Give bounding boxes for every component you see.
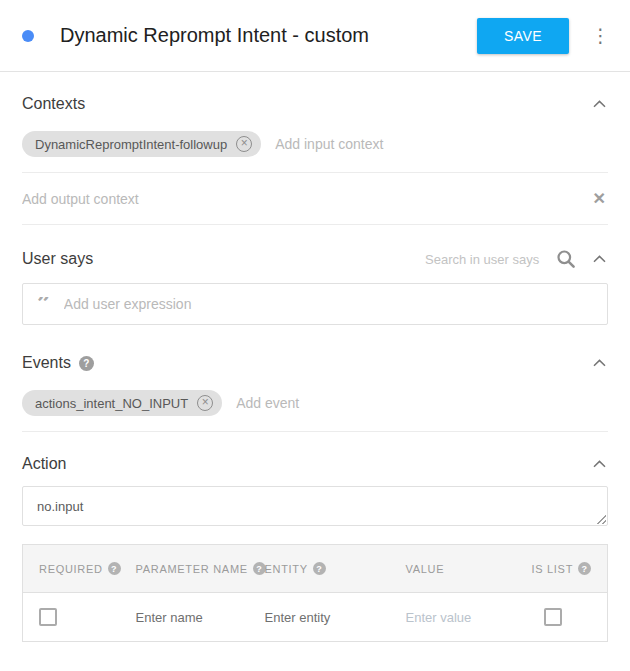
events-collapse-chevron-up-icon[interactable]: [591, 356, 608, 370]
parameter-row: [23, 593, 608, 642]
contexts-title: Contexts: [22, 95, 85, 113]
add-input-context-field[interactable]: [275, 136, 608, 152]
input-context-chip-label: DynamicRepromptIntent-followup: [35, 137, 227, 152]
user-says-section: User says ”: [22, 225, 608, 325]
events-title-wrap: Events ?: [22, 354, 94, 372]
value-input[interactable]: [406, 610, 511, 625]
add-output-context-field[interactable]: [22, 191, 591, 207]
add-user-expression-input[interactable]: [64, 296, 593, 312]
entity-column-header: ENTITY: [265, 563, 308, 575]
user-says-title: User says: [22, 250, 93, 268]
events-title: Events: [22, 354, 71, 372]
required-column-header: REQUIRED: [39, 563, 103, 575]
save-button[interactable]: SAVE: [477, 18, 569, 54]
more-options-icon[interactable]: ⋮: [585, 22, 616, 49]
input-context-row: DynamicRepromptIntent-followup ×: [22, 124, 608, 173]
page-title: Dynamic Reprompt Intent - custom: [60, 24, 477, 47]
events-section-header: Events ?: [22, 331, 608, 383]
is-list-column-header: IS LIST: [532, 563, 574, 575]
event-chip: actions_intent_NO_INPUT ×: [22, 390, 222, 416]
intent-form: Contexts DynamicRepromptIntent-followup …: [0, 72, 630, 642]
parameters-table: REQUIRED ? PARAMETER NAME ? ENTITY: [22, 544, 608, 642]
action-section: Action no.input REQUIRED ?: [22, 432, 608, 642]
events-section: Events ? actions_intent_NO_INPUT ×: [22, 331, 608, 432]
intent-status-dot: [22, 30, 34, 42]
contexts-section-header: Contexts: [22, 72, 608, 124]
user-says-collapse-chevron-up-icon[interactable]: [591, 252, 608, 266]
search-user-says-input[interactable]: [425, 252, 551, 267]
user-says-search: [425, 248, 608, 270]
parameters-header-row: REQUIRED ? PARAMETER NAME ? ENTITY: [23, 545, 608, 593]
user-says-section-header: User says: [22, 225, 608, 281]
parameter-name-input[interactable]: [136, 610, 243, 625]
entity-help-icon[interactable]: ?: [313, 562, 326, 575]
search-icon[interactable]: [555, 248, 577, 270]
is-list-help-icon[interactable]: ?: [578, 562, 591, 575]
parameter-name-column-header: PARAMETER NAME: [136, 563, 248, 575]
clear-contexts-icon[interactable]: ✕: [591, 189, 608, 208]
entity-input[interactable]: [265, 610, 384, 625]
remove-event-icon[interactable]: ×: [197, 395, 213, 411]
user-expression-box: ”: [22, 283, 608, 325]
action-title: Action: [22, 455, 66, 473]
input-context-chip: DynamicRepromptIntent-followup ×: [22, 131, 261, 157]
is-list-checkbox[interactable]: [544, 608, 562, 626]
quote-icon: ”: [37, 297, 51, 311]
resize-handle-icon[interactable]: [595, 513, 606, 524]
add-event-field[interactable]: [236, 395, 608, 411]
event-chip-label: actions_intent_NO_INPUT: [35, 396, 188, 411]
output-context-row: ✕: [22, 173, 608, 225]
remove-input-context-icon[interactable]: ×: [236, 136, 252, 152]
action-name-input[interactable]: no.input: [37, 499, 593, 515]
contexts-collapse-chevron-up-icon[interactable]: [591, 97, 608, 111]
value-column-header: VALUE: [406, 563, 445, 575]
event-chip-row: actions_intent_NO_INPUT ×: [22, 383, 608, 432]
action-collapse-chevron-up-icon[interactable]: [591, 457, 608, 471]
events-help-icon[interactable]: ?: [79, 356, 94, 371]
contexts-section: Contexts DynamicRepromptIntent-followup …: [22, 72, 608, 225]
action-input-wrap: no.input: [22, 486, 608, 526]
action-section-header: Action: [22, 432, 608, 484]
required-checkbox[interactable]: [39, 608, 57, 626]
required-help-icon[interactable]: ?: [108, 562, 121, 575]
intent-header: Dynamic Reprompt Intent - custom SAVE ⋮: [0, 0, 630, 72]
